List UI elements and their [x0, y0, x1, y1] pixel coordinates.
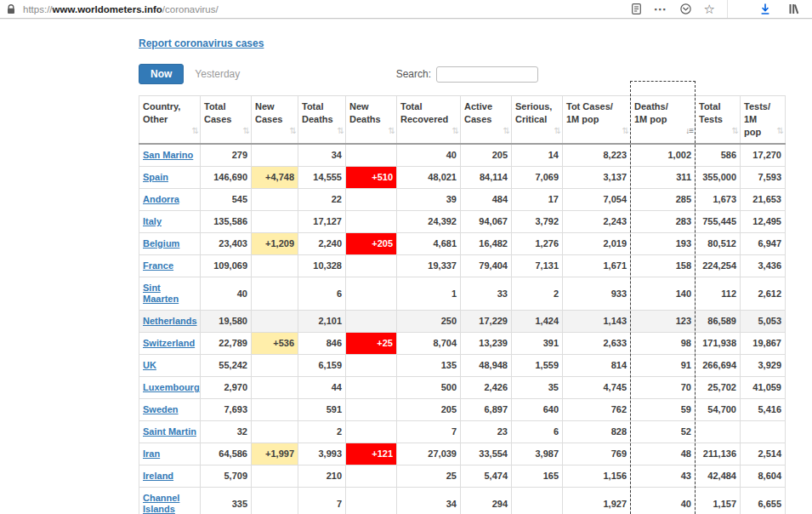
cell-new_cases — [252, 255, 298, 277]
cell-active_cases: 94,067 — [461, 211, 512, 233]
cell-new_cases — [252, 377, 298, 399]
sort-icon: ⇅ — [389, 124, 395, 137]
table-row: UK55,2426,15913548,9481,55981491266,6943… — [139, 355, 786, 377]
cell-cases_1m: 8,223 — [563, 144, 631, 167]
country-link[interactable]: Saint Martin — [143, 426, 196, 437]
country-link[interactable]: Sint Maarten — [143, 283, 179, 304]
cases-table: Country,Other⇅TotalCases⇅NewCases⇅TotalD… — [139, 95, 786, 514]
cell-deaths_1m: 91 — [631, 355, 696, 377]
country-link[interactable]: Belgium — [143, 238, 179, 248]
table-row: Andorra5452239484177,0542851,67321,653 — [139, 189, 786, 211]
cell-total_recovered: 500 — [397, 377, 461, 399]
report-cases-link[interactable]: Report coronavirus cases — [139, 37, 264, 49]
yesterday-tab[interactable]: Yesterday — [195, 68, 240, 80]
cell-new_cases — [252, 311, 298, 333]
header-total_tests[interactable]: TotalTests⇅ — [696, 96, 741, 145]
cell-new_cases — [252, 355, 298, 377]
cell-new_deaths: +205 — [346, 233, 397, 255]
cell-tests_1m: 5,053 — [741, 311, 786, 333]
cell-total_tests: 112 — [696, 277, 741, 311]
cell-total_recovered: 1 — [397, 277, 461, 311]
cell-active_cases: 33,554 — [461, 443, 512, 465]
cell-total_tests: 224,254 — [696, 255, 741, 277]
table-row: Luxembourg2,970445002,426354,7457025,702… — [139, 377, 786, 399]
cell-country: Netherlands — [139, 311, 201, 333]
cell-serious_critical: 165 — [512, 465, 563, 488]
cell-serious_critical: 640 — [512, 399, 563, 421]
cell-new_deaths: +25 — [346, 333, 397, 355]
cell-total_cases: 22,789 — [201, 333, 252, 355]
cell-total_cases: 545 — [201, 189, 252, 211]
country-link[interactable]: Ireland — [143, 471, 173, 481]
cell-total_tests: 25,702 — [696, 377, 741, 399]
cell-new_deaths — [346, 144, 397, 167]
cell-total_recovered: 40 — [397, 144, 461, 167]
country-link[interactable]: UK — [143, 360, 156, 370]
cell-serious_critical: 3,792 — [512, 211, 563, 233]
country-link[interactable]: Andorra — [143, 194, 179, 204]
country-link[interactable]: Iran — [143, 448, 160, 459]
country-link[interactable]: Italy — [143, 216, 162, 226]
cell-total_tests: 1,673 — [696, 189, 741, 211]
cell-total_cases: 2,970 — [201, 377, 252, 399]
country-link[interactable]: Luxembourg — [143, 382, 200, 392]
cell-new_cases — [252, 488, 298, 514]
cell-active_cases: 16,482 — [461, 233, 512, 255]
cell-tests_1m: 6,655 — [741, 488, 786, 514]
cell-country: Belgium — [139, 233, 201, 255]
now-tab-button[interactable]: Now — [139, 64, 184, 84]
header-total_cases[interactable]: TotalCases⇅ — [201, 96, 252, 145]
header-total_deaths[interactable]: TotalDeaths⇅ — [298, 96, 346, 145]
header-country[interactable]: Country,Other⇅ — [139, 96, 201, 145]
bookmark-star-icon[interactable]: ☆ — [704, 3, 715, 15]
location-bar[interactable]: https://www.worldometers.info/coronaviru… — [0, 0, 728, 18]
search-input[interactable] — [436, 66, 538, 83]
cell-tests_1m: 8,604 — [741, 465, 786, 488]
country-link[interactable]: San Marino — [143, 150, 193, 160]
cell-country: Luxembourg — [139, 377, 201, 399]
cell-deaths_1m: 52 — [631, 421, 696, 443]
cell-new_deaths — [346, 421, 397, 443]
cell-total_deaths: 14,555 — [298, 167, 346, 189]
page-actions-icon[interactable]: ⋯ — [654, 3, 667, 15]
country-link[interactable]: Sweden — [143, 404, 179, 414]
cell-country: UK — [139, 355, 201, 377]
cell-cases_1m: 3,137 — [563, 167, 631, 189]
country-link[interactable]: Netherlands — [143, 316, 197, 326]
cell-total_cases: 7,693 — [201, 399, 252, 421]
header-total_recovered[interactable]: TotalRecovered⇅ — [397, 96, 461, 145]
cell-serious_critical: 7,131 — [512, 255, 563, 277]
header-cases_1m[interactable]: Tot Cases/1M pop⇅ — [563, 96, 631, 145]
sort-icon: ⇅ — [243, 124, 249, 137]
table-row: Sweden7,6935912056,8976407625954,7005,41… — [139, 399, 786, 421]
cell-total_tests: 755,445 — [696, 211, 741, 233]
sort-icon: ⇅ — [777, 124, 783, 137]
url-text[interactable]: https://www.worldometers.info/coronaviru… — [23, 4, 632, 14]
reader-view-icon[interactable] — [632, 3, 641, 14]
cell-serious_critical: 1,424 — [512, 311, 563, 333]
country-link[interactable]: Switzerland — [143, 338, 195, 348]
header-new_cases[interactable]: NewCases⇅ — [252, 96, 298, 145]
url-scheme: https:// — [23, 4, 53, 14]
header-tests_1m[interactable]: Tests/1M pop⇅ — [741, 96, 786, 145]
cell-new_cases: +1,209 — [252, 233, 298, 255]
header-active_cases[interactable]: ActiveCases⇅ — [461, 96, 512, 145]
cell-new_cases — [252, 465, 298, 488]
cell-tests_1m — [741, 421, 786, 443]
cell-new_cases — [252, 421, 298, 443]
cell-country: Ireland — [139, 465, 201, 488]
header-serious_critical[interactable]: Serious,Critical⇅ — [512, 96, 563, 145]
sort-icon: ⇅ — [503, 124, 509, 137]
header-new_deaths[interactable]: NewDeaths⇅ — [346, 96, 397, 145]
header-deaths_1m[interactable]: Deaths/1M pop↓≡ — [631, 96, 696, 145]
cell-deaths_1m: 40 — [631, 488, 696, 514]
country-link[interactable]: France — [143, 260, 173, 271]
library-icon[interactable] — [788, 3, 800, 14]
cell-cases_1m: 1,156 — [563, 465, 631, 488]
cell-total_recovered: 250 — [397, 311, 461, 333]
country-link[interactable]: Channel Islands — [143, 493, 179, 514]
cell-new_cases: +1,997 — [252, 443, 298, 465]
download-icon[interactable] — [759, 3, 771, 15]
pocket-icon[interactable] — [680, 3, 691, 14]
country-link[interactable]: Spain — [143, 172, 168, 182]
